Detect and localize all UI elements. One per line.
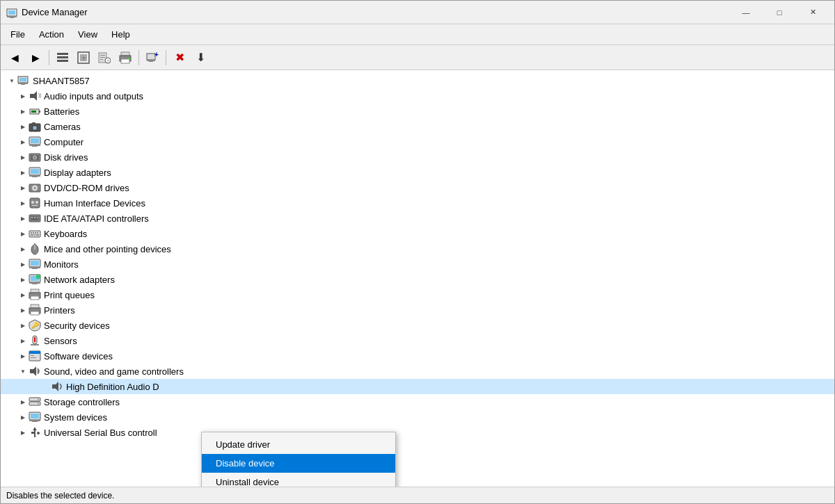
svg-point-35: [33, 127, 36, 129]
menu-file[interactable]: File: [3, 26, 32, 42]
expand-mice[interactable]: ▶: [17, 243, 29, 254]
expand-display[interactable]: ▶: [17, 167, 29, 178]
svg-rect-89: [34, 337, 35, 342]
tree-disk[interactable]: ▶ Disk drives: [1, 149, 834, 165]
tree-sensors[interactable]: ▶ Sensors: [1, 333, 834, 348]
forward-button[interactable]: ▶: [26, 48, 45, 67]
tree-display[interactable]: ▶ Display adapters: [1, 165, 834, 180]
tree-cameras[interactable]: ▶ Cameras: [1, 119, 834, 134]
tree-usb[interactable]: ▶ Universal Serial Bus controll: [1, 425, 834, 440]
expand-computer[interactable]: ▶: [17, 136, 29, 147]
expand-storage[interactable]: ▶: [17, 396, 29, 407]
svg-rect-93: [31, 355, 34, 356]
svg-text:+: +: [154, 51, 159, 58]
expand-print-queues[interactable]: ▶: [17, 289, 29, 300]
add-device-button[interactable]: +: [143, 48, 162, 67]
tree-network[interactable]: ▶ Network adapters: [1, 272, 834, 287]
tree-dvd[interactable]: ▶ DVD/CD-ROM drives: [1, 180, 834, 195]
tree-batteries[interactable]: ▶ Batteries: [1, 104, 834, 119]
minimize-button[interactable]: —: [730, 2, 762, 23]
svg-rect-39: [29, 145, 40, 146]
maximize-button[interactable]: □: [763, 2, 795, 23]
tree-root[interactable]: ▼ SHAANT5857: [1, 73, 834, 88]
expand-security[interactable]: ▶: [17, 320, 29, 331]
tree-print-queues[interactable]: ▶ Print queues: [1, 287, 834, 302]
monitors-icon: [29, 258, 41, 270]
expand-disk[interactable]: ▶: [17, 152, 29, 163]
ctx-uninstall-device[interactable]: Uninstall device: [202, 473, 395, 487]
tree-hid[interactable]: ▶ Human Interface Devices: [1, 195, 834, 211]
keyboards-label: Keyboards: [44, 229, 87, 239]
tree-storage[interactable]: ▶ Storage controllers: [1, 394, 834, 409]
ctx-update-driver[interactable]: Update driver: [202, 435, 395, 454]
svg-rect-27: [21, 84, 25, 85]
tree-mice[interactable]: ▶ Mice and other pointing devices: [1, 241, 834, 257]
expand-batteries[interactable]: ▶: [17, 106, 29, 117]
hid-icon: [29, 197, 41, 209]
download-button[interactable]: ⬇: [191, 48, 210, 67]
toolbar-separator-1: [49, 50, 49, 65]
menu-action[interactable]: Action: [32, 26, 71, 42]
ctx-disable-device[interactable]: Disable device: [202, 454, 395, 473]
expand-audio[interactable]: ▶: [17, 90, 29, 101]
tree-system[interactable]: ▶ System devices: [1, 409, 834, 425]
expand-keyboards[interactable]: ▶: [17, 228, 29, 239]
tree-audio[interactable]: ▶ ))) Audio inputs and outputs: [1, 88, 834, 104]
expand-ide[interactable]: ▶: [17, 213, 29, 224]
expand-root[interactable]: ▼: [6, 75, 17, 86]
disk-icon: [29, 151, 41, 163]
svg-rect-31: [39, 111, 40, 113]
svg-rect-107: [31, 432, 34, 434]
menu-view[interactable]: View: [71, 26, 104, 42]
tree-printers[interactable]: ▶ Printers: [1, 302, 834, 318]
svg-rect-48: [32, 177, 38, 177]
network-label: Network adapters: [44, 275, 115, 285]
audio-icon: ))): [29, 90, 41, 102]
security-label: Security devices: [44, 320, 110, 331]
tree-ide[interactable]: ▶ IDE ATA/ATAPI controllers: [1, 211, 834, 226]
svg-rect-22: [149, 61, 153, 62]
expand-monitors[interactable]: ▶: [17, 259, 29, 270]
tree-keyboards[interactable]: ▶ Keyboards: [1, 226, 834, 241]
back-button[interactable]: ◀: [5, 48, 24, 67]
close-button[interactable]: ✕: [797, 2, 829, 23]
tree-view[interactable]: ▼ SHAANT5857 ▶ ))): [1, 70, 834, 470]
expand-dvd[interactable]: ▶: [17, 182, 29, 193]
tree-security[interactable]: ▶ 🔑 Security devices: [1, 318, 834, 333]
expand-sound[interactable]: ▼: [17, 366, 29, 377]
expand-hid[interactable]: ▶: [17, 197, 29, 209]
software-label: Software devices: [44, 351, 113, 361]
svg-rect-55: [32, 205, 38, 206]
svg-text:))): ))): [38, 92, 41, 98]
toolbar: ◀ ▶ ? ?: [1, 45, 834, 70]
svg-rect-36: [32, 122, 35, 124]
svg-rect-21: [147, 60, 155, 61]
tree-monitors[interactable]: ▶ Monitors: [1, 257, 834, 272]
svg-rect-81: [31, 289, 39, 293]
uninstall-button[interactable]: ✖: [170, 48, 189, 67]
expand-cameras[interactable]: ▶: [17, 121, 29, 132]
tree-computer[interactable]: ▶ Computer: [1, 134, 834, 149]
svg-rect-90: [31, 344, 39, 346]
tree-sound[interactable]: ▼ Sound, video and game controllers: [1, 364, 834, 379]
expand-printers[interactable]: ▶: [17, 304, 29, 316]
tree-hd-audio[interactable]: High Definition Audio D: [1, 379, 834, 394]
svg-point-53: [31, 201, 34, 204]
expand-sensors[interactable]: ▶: [17, 335, 29, 346]
expand-software[interactable]: ▶: [17, 350, 29, 361]
dvd-icon: [29, 181, 41, 194]
expand-system[interactable]: ▶: [17, 412, 29, 423]
svg-rect-62: [31, 232, 32, 234]
svg-rect-102: [31, 414, 39, 418]
sensors-label: Sensors: [44, 336, 77, 346]
svg-text:?: ?: [82, 56, 86, 62]
print-button[interactable]: [116, 48, 135, 67]
view-button[interactable]: [53, 48, 72, 67]
menu-help[interactable]: Help: [104, 26, 137, 42]
properties-button[interactable]: ?: [95, 48, 114, 67]
printers-label: Printers: [44, 305, 75, 316]
scan-button[interactable]: ?: [74, 48, 93, 67]
expand-network[interactable]: ▶: [17, 274, 29, 285]
expand-usb[interactable]: ▶: [17, 427, 29, 438]
tree-software[interactable]: ▶ Software devices: [1, 348, 834, 364]
